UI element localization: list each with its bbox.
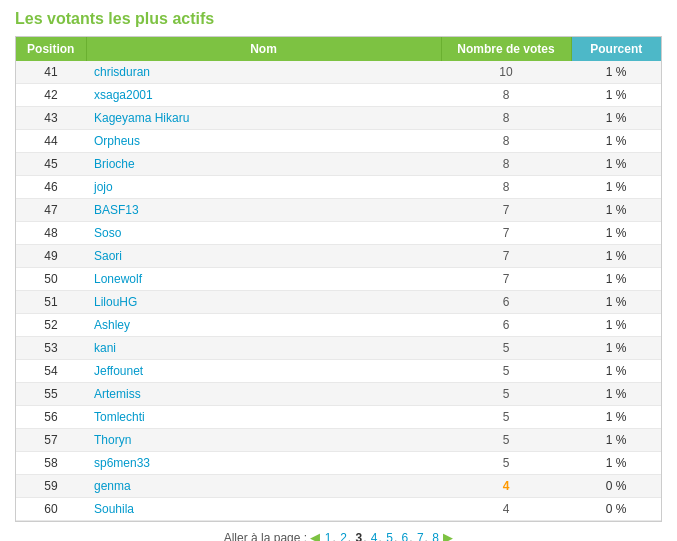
cell-name[interactable]: Kageyama Hikaru — [86, 107, 441, 130]
cell-name[interactable]: Tomlechti — [86, 406, 441, 429]
cell-name[interactable]: Artemiss — [86, 383, 441, 406]
table-row: 54Jeffounet51 % — [16, 360, 661, 383]
pagination-page-8[interactable]: 8 — [432, 531, 439, 541]
cell-percent: 1 % — [571, 107, 661, 130]
cell-percent: 1 % — [571, 176, 661, 199]
table-row: 45Brioche81 % — [16, 153, 661, 176]
cell-votes: 5 — [441, 337, 571, 360]
cell-position: 50 — [16, 268, 86, 291]
cell-name[interactable]: Saori — [86, 245, 441, 268]
cell-position: 43 — [16, 107, 86, 130]
table-row: 46jojo81 % — [16, 176, 661, 199]
cell-votes: 4 — [441, 498, 571, 521]
cell-name[interactable]: LilouHG — [86, 291, 441, 314]
pagination-page-3[interactable]: 3 — [355, 531, 362, 541]
cell-name[interactable]: kani — [86, 337, 441, 360]
cell-name[interactable]: chrisduran — [86, 61, 441, 84]
table-row: 60Souhila40 % — [16, 498, 661, 521]
table-row: 58sp6men3351 % — [16, 452, 661, 475]
cell-name[interactable]: Souhila — [86, 498, 441, 521]
cell-percent: 1 % — [571, 452, 661, 475]
table-row: 50Lonewolf71 % — [16, 268, 661, 291]
table-row: 53kani51 % — [16, 337, 661, 360]
cell-percent: 1 % — [571, 360, 661, 383]
col-header-name: Nom — [86, 37, 441, 61]
table-row: 51LilouHG61 % — [16, 291, 661, 314]
cell-position: 57 — [16, 429, 86, 452]
cell-position: 55 — [16, 383, 86, 406]
cell-votes: 5 — [441, 452, 571, 475]
cell-votes: 7 — [441, 222, 571, 245]
cell-votes: 10 — [441, 61, 571, 84]
table-row: 59genma40 % — [16, 475, 661, 498]
col-header-position: Position — [16, 37, 86, 61]
pagination-page-7[interactable]: 7 — [417, 531, 424, 541]
cell-name[interactable]: Ashley — [86, 314, 441, 337]
cell-name[interactable]: Jeffounet — [86, 360, 441, 383]
table-row: 41chrisduran101 % — [16, 61, 661, 84]
cell-position: 41 — [16, 61, 86, 84]
cell-name[interactable]: Thoryn — [86, 429, 441, 452]
cell-position: 48 — [16, 222, 86, 245]
cell-percent: 1 % — [571, 84, 661, 107]
table-row: 48Soso71 % — [16, 222, 661, 245]
pagination-arrow-right[interactable]: ▶ — [443, 530, 453, 541]
cell-percent: 1 % — [571, 199, 661, 222]
pagination-label: Aller à la page : — [224, 531, 307, 541]
cell-name[interactable]: Brioche — [86, 153, 441, 176]
table-row: 42xsaga200181 % — [16, 84, 661, 107]
table-row: 49Saori71 % — [16, 245, 661, 268]
cell-name[interactable]: Soso — [86, 222, 441, 245]
cell-position: 60 — [16, 498, 86, 521]
cell-position: 42 — [16, 84, 86, 107]
cell-votes: 8 — [441, 176, 571, 199]
cell-percent: 1 % — [571, 383, 661, 406]
cell-votes: 7 — [441, 245, 571, 268]
table-row: 43Kageyama Hikaru81 % — [16, 107, 661, 130]
pagination-page-6[interactable]: 6 — [402, 531, 409, 541]
cell-percent: 1 % — [571, 337, 661, 360]
pagination-page-4[interactable]: 4 — [371, 531, 378, 541]
cell-position: 56 — [16, 406, 86, 429]
cell-position: 49 — [16, 245, 86, 268]
cell-votes: 6 — [441, 314, 571, 337]
cell-position: 44 — [16, 130, 86, 153]
cell-name[interactable]: xsaga2001 — [86, 84, 441, 107]
pagination-page-5[interactable]: 5 — [386, 531, 393, 541]
pagination-arrow-left[interactable]: ◀ — [310, 530, 320, 541]
pagination-pages: 1, 2, 3, 4, 5, 6, 7, 8 — [324, 531, 440, 541]
col-header-votes: Nombre de votes — [441, 37, 571, 61]
cell-position: 53 — [16, 337, 86, 360]
cell-position: 58 — [16, 452, 86, 475]
cell-position: 54 — [16, 360, 86, 383]
cell-votes: 6 — [441, 291, 571, 314]
pagination-page-2[interactable]: 2 — [340, 531, 347, 541]
table-row: 57Thoryn51 % — [16, 429, 661, 452]
cell-percent: 1 % — [571, 130, 661, 153]
votes-table-wrapper: Position Nom Nombre de votes Pourcent 41… — [15, 36, 662, 522]
cell-votes: 8 — [441, 130, 571, 153]
cell-votes: 8 — [441, 107, 571, 130]
table-row: 56Tomlechti51 % — [16, 406, 661, 429]
pagination-page-1[interactable]: 1 — [325, 531, 332, 541]
col-header-percent: Pourcent — [571, 37, 661, 61]
cell-name[interactable]: jojo — [86, 176, 441, 199]
cell-votes: 4 — [441, 475, 571, 498]
table-row: 44Orpheus81 % — [16, 130, 661, 153]
cell-name[interactable]: sp6men33 — [86, 452, 441, 475]
cell-percent: 1 % — [571, 314, 661, 337]
cell-name[interactable]: BASF13 — [86, 199, 441, 222]
page-title: Les votants les plus actifs — [15, 10, 662, 28]
cell-votes: 5 — [441, 383, 571, 406]
cell-name[interactable]: genma — [86, 475, 441, 498]
cell-name[interactable]: Orpheus — [86, 130, 441, 153]
cell-percent: 1 % — [571, 291, 661, 314]
cell-percent: 1 % — [571, 222, 661, 245]
pagination: Aller à la page : ◀ 1, 2, 3, 4, 5, 6, 7,… — [15, 522, 662, 541]
cell-name[interactable]: Lonewolf — [86, 268, 441, 291]
cell-percent: 0 % — [571, 498, 661, 521]
cell-votes: 5 — [441, 360, 571, 383]
cell-percent: 1 % — [571, 406, 661, 429]
cell-position: 51 — [16, 291, 86, 314]
table-row: 47BASF1371 % — [16, 199, 661, 222]
